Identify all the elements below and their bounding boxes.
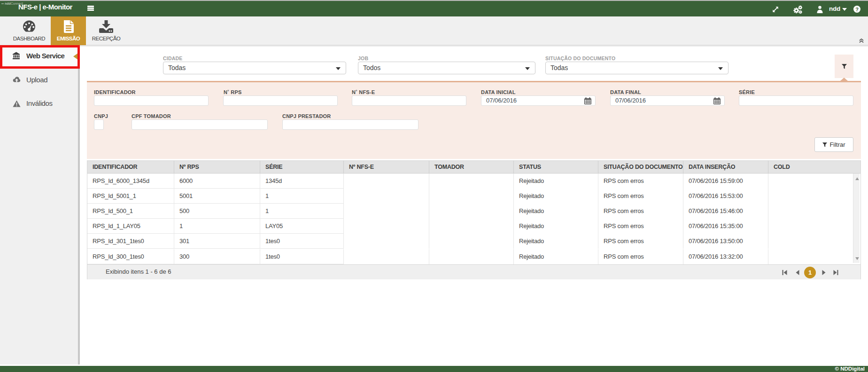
svg-text:?: ?	[855, 7, 859, 12]
